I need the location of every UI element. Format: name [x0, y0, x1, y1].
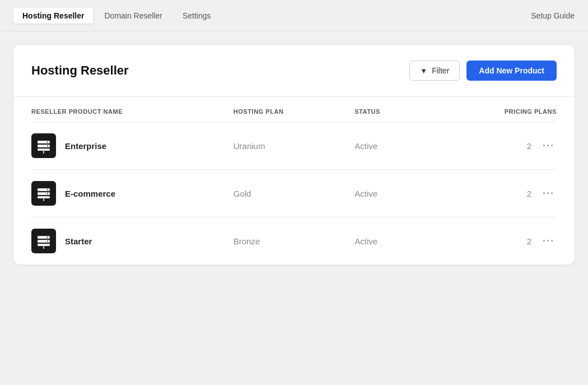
status-value: Active — [354, 141, 455, 151]
hosting-plan-value: Uranium — [234, 141, 354, 151]
server-icon — [31, 133, 56, 158]
table-row: Starter Bronze Active 2 ··· — [31, 217, 557, 265]
table-row: E-commerce Gold Active 2 ··· — [31, 170, 557, 217]
svg-point-14 — [47, 193, 48, 194]
tab-domain-reseller[interactable]: Domain Reseller — [95, 8, 171, 24]
hosting-reseller-card: Hosting Reseller ▼ Filter Add New Produc… — [13, 45, 575, 265]
setup-guide-link[interactable]: Setup Guide — [531, 11, 575, 20]
hosting-plan-value: Gold — [234, 189, 354, 198]
product-name: Enterprise — [65, 141, 106, 151]
pricing-count: 2 — [527, 236, 531, 246]
header-actions: ▼ Filter Add New Product — [409, 61, 557, 81]
server-icon — [31, 229, 56, 253]
hosting-plan-value: Bronze — [234, 236, 354, 246]
svg-point-4 — [47, 146, 48, 147]
svg-point-3 — [47, 142, 48, 143]
add-new-product-button[interactable]: Add New Product — [466, 61, 557, 81]
main-content: Hosting Reseller ▼ Filter Add New Produc… — [0, 31, 588, 278]
table-header: RESELLER PRODUCT NAME HOSTING PLAN STATU… — [31, 97, 557, 122]
status-value: Active — [354, 189, 455, 198]
svg-rect-12 — [38, 196, 50, 198]
more-options-button[interactable]: ··· — [540, 188, 557, 200]
products-table: RESELLER PRODUCT NAME HOSTING PLAN STATU… — [13, 97, 575, 265]
product-cell: Starter — [31, 229, 234, 253]
svg-point-13 — [47, 189, 48, 191]
more-options-button[interactable]: ··· — [540, 235, 557, 247]
product-cell: Enterprise — [31, 133, 234, 158]
status-value: Active — [354, 236, 455, 246]
top-nav: Hosting Reseller Domain Reseller Setting… — [0, 0, 588, 31]
pricing-count: 2 — [527, 189, 531, 198]
pricing-count: 2 — [527, 141, 531, 151]
table-row: Enterprise Uranium Active 2 ··· — [31, 122, 557, 170]
filter-label: Filter — [432, 66, 449, 75]
col-status: STATUS — [354, 108, 455, 115]
svg-point-24 — [47, 241, 48, 242]
pricing-cell: 2 ··· — [456, 235, 557, 247]
server-icon — [31, 181, 56, 206]
svg-rect-2 — [38, 149, 50, 151]
filter-icon: ▼ — [420, 67, 427, 75]
col-pricing-plans: PRICING PLANS — [456, 108, 557, 115]
filter-button[interactable]: ▼ Filter — [409, 61, 460, 81]
svg-rect-22 — [38, 244, 50, 246]
pricing-cell: 2 ··· — [456, 140, 557, 152]
col-product-name: RESELLER PRODUCT NAME — [31, 108, 234, 115]
page-title: Hosting Reseller — [31, 63, 129, 78]
product-name: Starter — [65, 236, 92, 246]
tab-hosting-reseller[interactable]: Hosting Reseller — [13, 8, 93, 24]
product-cell: E-commerce — [31, 181, 234, 206]
nav-tabs: Hosting Reseller Domain Reseller Setting… — [13, 8, 220, 24]
tab-settings[interactable]: Settings — [174, 8, 220, 24]
more-options-button[interactable]: ··· — [540, 140, 557, 152]
svg-point-23 — [47, 237, 48, 238]
col-hosting-plan: HOSTING PLAN — [234, 108, 354, 115]
product-name: E-commerce — [65, 189, 115, 198]
pricing-cell: 2 ··· — [456, 188, 557, 200]
card-header: Hosting Reseller ▼ Filter Add New Produc… — [13, 45, 575, 97]
